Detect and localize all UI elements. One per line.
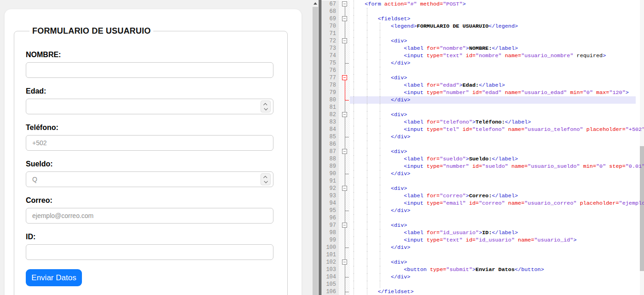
line-number[interactable]: 82 — [321, 111, 339, 118]
line-number[interactable]: 86 — [321, 141, 339, 148]
line-number[interactable]: 102 — [321, 259, 339, 266]
browser-scrollbar[interactable] — [312, 0, 319, 295]
telefono-input[interactable] — [26, 135, 273, 151]
code-line[interactable]: 69 <fieldset> — [321, 15, 640, 23]
fold-toggle-icon[interactable] — [339, 37, 350, 45]
fold-toggle-icon[interactable] — [339, 74, 350, 82]
code-line[interactable]: 94 <input type="email" id="correo" name=… — [321, 200, 640, 207]
line-number[interactable]: 88 — [321, 155, 339, 163]
line-number[interactable]: 105 — [321, 281, 339, 288]
spinner-up-icon[interactable] — [263, 103, 267, 106]
edad-input[interactable] — [26, 99, 273, 114]
number-spinner[interactable] — [261, 100, 271, 112]
line-number[interactable]: 104 — [321, 273, 339, 281]
code-line[interactable]: 90 </div> — [321, 170, 640, 177]
spinner-up-icon[interactable] — [263, 176, 267, 179]
line-number[interactable]: 77 — [321, 74, 339, 82]
line-number[interactable]: 74 — [321, 52, 339, 59]
fold-toggle-icon[interactable] — [339, 148, 350, 155]
line-number[interactable]: 99 — [321, 236, 339, 244]
code-line[interactable]: 72 <div> — [321, 37, 640, 45]
code-line[interactable]: 93 <label for="correo">Correo:</label> — [321, 192, 640, 200]
editor-scrollbar[interactable] — [640, 0, 644, 295]
code-line[interactable]: 83 <label for="telefono">Teléfono:</labe… — [321, 118, 640, 126]
fold-toggle-icon[interactable] — [339, 222, 350, 229]
line-number[interactable]: 94 — [321, 200, 339, 207]
line-number[interactable]: 97 — [321, 222, 339, 229]
line-number[interactable]: 95 — [321, 207, 339, 214]
code-editor-pane[interactable]: 67 <form action="#" method="POST">6869 <… — [321, 0, 644, 295]
code-line[interactable]: 84 <input type="tel" id="telefono" name=… — [321, 126, 640, 133]
fold-toggle-icon[interactable] — [339, 259, 350, 266]
line-number[interactable]: 101 — [321, 251, 339, 259]
line-number[interactable]: 69 — [321, 15, 339, 23]
line-number[interactable]: 96 — [321, 214, 339, 222]
code-line[interactable]: 67 <form action="#" method="POST"> — [321, 0, 640, 8]
line-number[interactable]: 71 — [321, 30, 339, 37]
code-line[interactable]: 91 — [321, 177, 640, 185]
line-number[interactable]: 78 — [321, 82, 339, 89]
id-input[interactable] — [26, 244, 273, 260]
submit-button[interactable]: Enviar Datos — [26, 269, 82, 286]
code-line[interactable]: 70 <legend>FORMULARIO DE USUARUIO</legen… — [321, 23, 640, 30]
code-line[interactable]: 99 <input type="text" id="id_usuario" na… — [321, 236, 640, 244]
code-line[interactable]: 87 <div> — [321, 148, 640, 155]
line-number[interactable]: 76 — [321, 67, 339, 74]
code-line[interactable]: 86 — [321, 141, 640, 148]
browser-scrollbar-thumb[interactable] — [313, 7, 318, 295]
code-line[interactable]: 80 </div> — [321, 96, 640, 104]
spinner-down-icon[interactable] — [264, 106, 267, 110]
code-line[interactable]: 75 </div> — [321, 59, 640, 67]
fold-toggle-icon[interactable] — [339, 111, 350, 118]
nombre-input[interactable] — [26, 62, 273, 78]
code-line[interactable]: 73 <label for="nombre">NOMBRE:</label> — [321, 45, 640, 52]
code-line[interactable]: 76 — [321, 67, 640, 74]
line-number[interactable]: 103 — [321, 266, 339, 273]
correo-input[interactable] — [26, 208, 273, 224]
line-number[interactable]: 81 — [321, 104, 339, 111]
code-line[interactable]: 96 — [321, 214, 640, 222]
line-number[interactable]: 87 — [321, 148, 339, 155]
spinner-down-icon[interactable] — [264, 179, 267, 183]
code-line[interactable]: 68 — [321, 8, 640, 15]
code-line[interactable]: 78 <label for="edad">Edad:</label> — [321, 82, 640, 89]
code-line[interactable]: 81 — [321, 104, 640, 111]
line-number[interactable]: 73 — [321, 45, 339, 52]
line-number[interactable]: 90 — [321, 170, 339, 177]
sueldo-input[interactable] — [26, 171, 273, 187]
number-spinner[interactable] — [261, 173, 271, 185]
line-number[interactable]: 100 — [321, 244, 339, 251]
code-line[interactable]: 82 <div> — [321, 111, 640, 118]
code-line[interactable]: 89 <input type="number" id="sueldo" name… — [321, 163, 640, 170]
code-line[interactable]: 104 </div> — [321, 273, 640, 281]
fold-toggle-icon[interactable] — [339, 0, 350, 8]
line-number[interactable]: 89 — [321, 163, 339, 170]
code-line[interactable]: 100 </div> — [321, 244, 640, 251]
code-line[interactable]: 79 <input type="number" id="edad" name="… — [321, 89, 640, 96]
line-number[interactable]: 75 — [321, 59, 339, 67]
code-line[interactable]: 98 <label for="id_usuario">ID:</label> — [321, 229, 640, 236]
code-line[interactable]: 85 </div> — [321, 133, 640, 141]
line-number[interactable]: 68 — [321, 8, 339, 15]
code-line[interactable]: 101 — [321, 251, 640, 259]
code-line[interactable]: 95 </div> — [321, 207, 640, 214]
line-number[interactable]: 91 — [321, 177, 339, 185]
line-number[interactable]: 106 — [321, 288, 339, 295]
code-line[interactable]: 105 — [321, 281, 640, 288]
code-line[interactable]: 77 <div> — [321, 74, 640, 82]
line-number[interactable]: 79 — [321, 89, 339, 96]
fold-toggle-icon[interactable] — [339, 15, 350, 23]
fold-toggle-icon[interactable] — [339, 185, 350, 192]
line-number[interactable]: 80 — [321, 96, 339, 104]
code-line[interactable]: 102 <div> — [321, 259, 640, 266]
line-number[interactable]: 93 — [321, 192, 339, 200]
code-line[interactable]: 97 <div> — [321, 222, 640, 229]
scroll-up-arrow-icon[interactable] — [312, 0, 319, 7]
line-number[interactable]: 84 — [321, 126, 339, 133]
line-number[interactable]: 83 — [321, 118, 339, 126]
line-number[interactable]: 72 — [321, 37, 339, 45]
code-line[interactable]: 103 <button type="submit">Enviar Datos</… — [321, 266, 640, 273]
code-line[interactable]: 74 <input type="text" id="nombre" name="… — [321, 52, 640, 59]
code-line[interactable]: 71 — [321, 30, 640, 37]
line-number[interactable]: 92 — [321, 185, 339, 192]
